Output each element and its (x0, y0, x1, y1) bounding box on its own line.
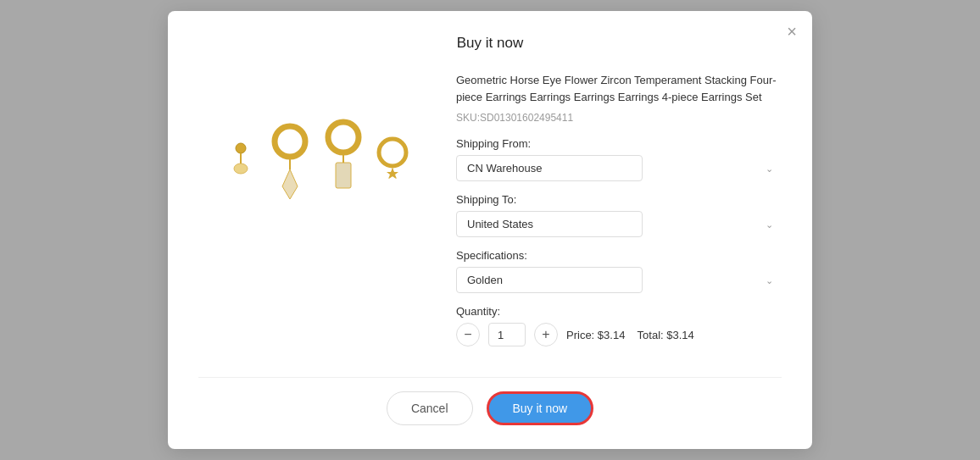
svg-marker-11 (387, 168, 398, 179)
close-button[interactable]: × (787, 23, 797, 40)
earring-image-1 (222, 140, 260, 191)
product-details: Geometric Horse Eye Flower Zircon Temper… (456, 72, 782, 346)
modal-title: Buy it now (198, 35, 782, 52)
quantity-input[interactable] (488, 323, 526, 346)
shipping-from-label: Shipping From: (456, 137, 782, 150)
product-images (198, 72, 436, 258)
modal-dialog: Buy it now × (168, 11, 812, 449)
quantity-label: Quantity: (456, 305, 782, 318)
svg-point-3 (275, 126, 305, 157)
modal-footer: Cancel Buy it now (198, 377, 782, 425)
earring-image-3 (320, 119, 367, 212)
shipping-to-chevron-icon: ⌄ (766, 219, 773, 230)
product-title: Geometric Horse Eye Flower Zircon Temper… (456, 72, 782, 105)
shipping-from-chevron-icon: ⌄ (766, 163, 773, 174)
specifications-wrapper: Golden Silver Rose Gold ⌄ (456, 267, 782, 293)
svg-point-2 (234, 163, 248, 174)
earring-image-2 (267, 123, 314, 208)
specifications-label: Specifications: (456, 249, 782, 262)
shipping-from-wrapper: CN Warehouse US Warehouse ⌄ (456, 155, 782, 181)
buy-now-button[interactable]: Buy it now (487, 391, 594, 425)
quantity-increase-button[interactable]: + (534, 323, 558, 346)
total-label: Total: $3.14 (638, 329, 694, 341)
shipping-to-label: Shipping To: (456, 193, 782, 206)
cancel-button[interactable]: Cancel (387, 391, 473, 425)
price-label: Price: $3.14 (566, 329, 625, 341)
modal-body: Geometric Horse Eye Flower Zircon Temper… (198, 72, 782, 346)
shipping-from-select[interactable]: CN Warehouse US Warehouse (456, 155, 643, 181)
quantity-decrease-button[interactable]: − (456, 323, 480, 346)
svg-point-9 (379, 139, 406, 166)
svg-rect-8 (336, 163, 351, 188)
quantity-row: − + Price: $3.14 Total: $3.14 (456, 323, 782, 346)
product-sku: SKU:SD01301602495411 (456, 112, 782, 124)
svg-marker-5 (282, 169, 298, 199)
earring-image-4 (374, 136, 412, 195)
shipping-to-select[interactable]: United States United Kingdom Canada Aust… (456, 211, 643, 237)
svg-point-6 (328, 122, 359, 152)
shipping-to-wrapper: United States United Kingdom Canada Aust… (456, 211, 782, 237)
specifications-select[interactable]: Golden Silver Rose Gold (456, 267, 643, 293)
svg-point-0 (236, 143, 246, 153)
modal-overlay: Buy it now × (0, 0, 980, 460)
specifications-chevron-icon: ⌄ (766, 274, 773, 285)
price-info: Price: $3.14 Total: $3.14 (566, 329, 694, 341)
